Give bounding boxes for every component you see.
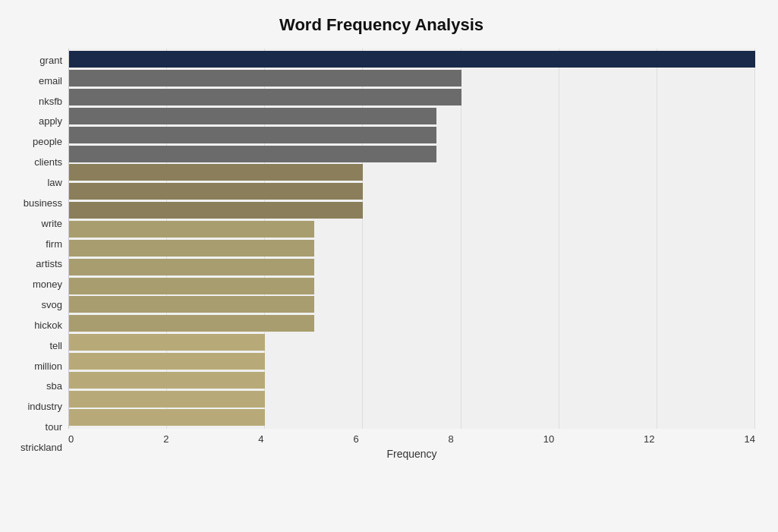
x-tick-label: 8: [449, 433, 454, 445]
x-tick-label: 0: [68, 433, 74, 445]
bar-row: [69, 314, 755, 333]
bar-row: [69, 107, 755, 126]
y-axis: grantemailnksfbapplypeopleclientslawbusi…: [8, 49, 68, 459]
bar-row: [69, 182, 755, 201]
y-label: tell: [49, 335, 62, 356]
y-label: artists: [36, 253, 62, 274]
bar-row: [69, 389, 755, 408]
bar-row: [69, 163, 755, 182]
y-label: strickland: [20, 437, 62, 458]
bar-row: [69, 50, 755, 69]
bar: [69, 240, 314, 257]
y-label: apply: [39, 112, 62, 132]
y-label: grant: [39, 50, 62, 71]
y-label: write: [42, 213, 62, 234]
bar: [69, 51, 755, 68]
bar-row: [69, 69, 755, 88]
y-label: clients: [34, 152, 62, 172]
bar: [69, 296, 314, 313]
x-tick-label: 6: [353, 433, 358, 445]
y-label: nksfb: [39, 91, 62, 112]
bar-row: [69, 333, 755, 352]
bar: [69, 353, 265, 370]
y-label: business: [24, 193, 62, 213]
y-label: people: [33, 131, 62, 152]
bar: [69, 108, 436, 124]
bar-row: [69, 352, 755, 371]
bar: [69, 259, 314, 275]
bar-row: [69, 408, 755, 427]
x-axis: 02468101214 Frequency: [68, 429, 755, 459]
chart-area: grantemailnksfbapplypeopleclientslawbusi…: [8, 49, 755, 459]
bar: [69, 89, 461, 105]
bar: [69, 391, 265, 408]
bars-and-grid: 02468101214 Frequency: [68, 49, 755, 459]
bar: [69, 164, 363, 181]
x-tick-label: 12: [644, 433, 654, 445]
bar-row: [69, 88, 755, 107]
x-tick-label: 4: [258, 433, 263, 445]
bar: [69, 146, 436, 162]
chart-container: Word Frequency Analysis grantemailnksfba…: [0, 0, 778, 532]
chart-title: Word Frequency Analysis: [8, 15, 755, 35]
bar-row: [69, 370, 755, 389]
x-axis-title: Frequency: [68, 448, 755, 460]
y-label: million: [34, 356, 62, 376]
x-tick-label: 10: [543, 433, 554, 445]
bar: [69, 127, 436, 143]
bar-row: [69, 276, 755, 295]
bar-row: [69, 144, 755, 163]
x-tick-label: 14: [744, 433, 754, 445]
bar: [69, 202, 363, 219]
y-label: svog: [42, 294, 62, 315]
y-label: sba: [46, 376, 62, 397]
y-label: email: [39, 71, 62, 91]
x-labels: 02468101214: [68, 429, 755, 445]
bar-row: [69, 125, 755, 144]
bar: [69, 334, 265, 351]
y-label: tour: [46, 417, 62, 437]
bar: [69, 372, 265, 389]
y-label: money: [33, 274, 62, 294]
y-label: law: [47, 172, 62, 193]
x-tick-label: 2: [163, 433, 169, 445]
y-label: industry: [27, 396, 62, 417]
bar: [69, 278, 314, 294]
bar: [69, 315, 314, 332]
bars-container: [69, 49, 755, 429]
y-label: hickok: [34, 315, 62, 335]
bar-row: [69, 238, 755, 257]
bar: [69, 183, 363, 200]
y-label: firm: [46, 234, 62, 254]
bar: [69, 221, 314, 238]
bar: [69, 70, 461, 87]
grid-area: [68, 49, 755, 429]
bar-row: [69, 295, 755, 314]
bar-row: [69, 201, 755, 220]
bar: [69, 409, 265, 426]
bar-row: [69, 257, 755, 276]
bar-row: [69, 220, 755, 239]
